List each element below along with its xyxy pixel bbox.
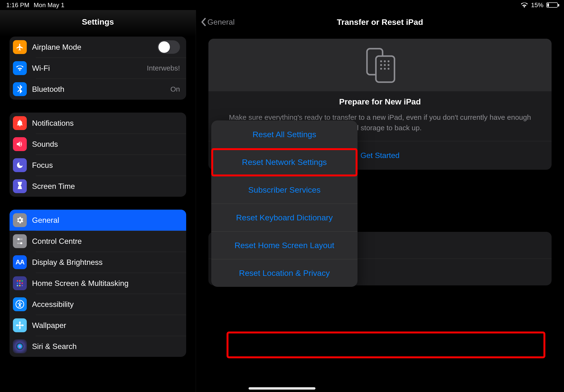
svg-point-15 [19, 326, 21, 329]
svg-rect-5 [17, 282, 18, 284]
sidebar-item-wallpaper[interactable]: Wallpaper [10, 315, 186, 336]
popup-subscriber-services[interactable]: Subscriber Services [211, 176, 358, 204]
battery-pct: 15% [531, 1, 543, 9]
prepare-title: Prepare for New iPad [218, 97, 542, 106]
sidebar-item-label: Wi-Fi [32, 64, 142, 73]
sidebar-item-label: Airplane Mode [32, 43, 152, 52]
bell-icon [13, 116, 27, 130]
wifi-icon [521, 2, 528, 8]
sidebar-item-label: Screen Time [32, 182, 180, 191]
moon-icon [13, 158, 27, 172]
svg-point-23 [388, 60, 389, 62]
back-button[interactable]: General [201, 18, 235, 27]
sidebar-item-control-centre[interactable]: Control Centre [10, 231, 186, 252]
sidebar-item-screentime[interactable]: Screen Time [10, 176, 186, 197]
svg-point-12 [19, 301, 21, 303]
svg-point-27 [380, 68, 382, 70]
sidebar-item-focus[interactable]: Focus [10, 155, 186, 176]
svg-point-29 [388, 68, 389, 70]
nav-bar: General Transfer or Reset iPad [196, 10, 564, 34]
popup-reset-location[interactable]: Reset Location & Privacy [211, 259, 358, 287]
sidebar-item-label: Control Centre [32, 237, 180, 246]
svg-point-1 [20, 242, 22, 244]
text-size-icon: AA [13, 255, 27, 269]
sidebar-item-display[interactable]: AA Display & Brightness [10, 252, 186, 273]
svg-point-16 [16, 324, 19, 326]
sidebar-item-label: Display & Brightness [32, 258, 180, 267]
devices-icon [208, 39, 551, 91]
sidebar-title: Settings [0, 10, 196, 37]
gear-icon [13, 213, 27, 227]
sidebar-group-system: General Control Centre AA Display & Brig… [10, 210, 186, 357]
sidebar-item-label: Home Screen & Multitasking [32, 279, 180, 288]
sidebar-item-sounds[interactable]: Sounds [10, 134, 186, 155]
svg-rect-10 [22, 285, 23, 286]
sidebar-item-label: Notifications [32, 119, 180, 128]
sidebar-group-connectivity: Airplane Mode Wi-Fi Interwebs! Bluetooth… [10, 37, 186, 100]
popup-reset-all[interactable]: Reset All Settings [211, 120, 358, 148]
siri-icon [13, 339, 27, 353]
chevron-left-icon [201, 18, 206, 26]
popup-reset-home-layout[interactable]: Reset Home Screen Layout [211, 231, 358, 259]
svg-point-25 [384, 64, 386, 66]
svg-point-28 [384, 68, 386, 70]
hourglass-icon [13, 179, 27, 193]
back-label: General [207, 18, 235, 27]
wifi-value: Interwebs! [147, 64, 180, 72]
sidebar-item-home-screen[interactable]: Home Screen & Multitasking [10, 273, 186, 294]
airplane-icon [13, 40, 27, 54]
svg-rect-4 [22, 280, 23, 281]
sidebar-group-alerts: Notifications Sounds Focus [10, 112, 186, 197]
sidebar-item-label: Wallpaper [32, 321, 180, 330]
sidebar-item-bluetooth[interactable]: Bluetooth On [10, 79, 186, 100]
sidebar-item-accessibility[interactable]: Accessibility [10, 294, 186, 315]
sliders-icon [13, 234, 27, 248]
sidebar-item-label: General [32, 216, 180, 225]
grid-icon [13, 276, 27, 290]
svg-rect-3 [19, 280, 21, 281]
status-date: Mon May 1 [34, 1, 65, 9]
status-bar: 1:16 PM Mon May 1 15% [0, 0, 564, 10]
sidebar-item-wifi[interactable]: Wi-Fi Interwebs! [10, 58, 186, 79]
svg-rect-9 [19, 285, 21, 286]
sidebar-item-label: Bluetooth [32, 85, 165, 94]
reset-options-popup: Reset All Settings Reset Network Setting… [211, 120, 358, 287]
bluetooth-icon [13, 82, 27, 96]
sidebar-item-airplane[interactable]: Airplane Mode [10, 37, 186, 58]
svg-point-21 [380, 60, 382, 62]
svg-point-0 [17, 238, 20, 240]
svg-point-22 [384, 60, 386, 62]
popup-reset-network[interactable]: Reset Network Settings [211, 148, 358, 176]
accessibility-icon [13, 297, 27, 311]
home-indicator[interactable] [248, 387, 316, 390]
battery-icon [546, 2, 558, 8]
sidebar-item-label: Siri & Search [32, 342, 180, 351]
svg-rect-2 [17, 280, 18, 281]
sidebar-item-label: Focus [32, 161, 180, 170]
svg-point-17 [21, 324, 24, 326]
svg-rect-8 [17, 285, 18, 286]
sidebar: Settings Airplane Mode Wi-Fi Interwebs! [0, 10, 196, 392]
svg-point-14 [19, 322, 21, 324]
svg-point-13 [19, 324, 21, 326]
svg-point-26 [388, 64, 389, 66]
wifi-settings-icon [13, 61, 27, 75]
page-title: Transfer or Reset iPad [337, 17, 423, 27]
popup-reset-keyboard[interactable]: Reset Keyboard Dictionary [211, 204, 358, 231]
speaker-icon [13, 137, 27, 151]
sidebar-item-general[interactable]: General [10, 210, 186, 231]
svg-rect-6 [19, 282, 21, 284]
sidebar-item-notifications[interactable]: Notifications [10, 112, 186, 134]
sidebar-item-siri[interactable]: Siri & Search [10, 336, 186, 357]
sidebar-item-label: Accessibility [32, 300, 180, 309]
svg-rect-7 [22, 282, 23, 284]
svg-point-24 [380, 64, 382, 66]
airplane-toggle[interactable] [157, 40, 180, 54]
status-time: 1:16 PM [6, 1, 29, 9]
svg-point-18 [16, 343, 23, 350]
bluetooth-value: On [170, 85, 180, 93]
flower-icon [13, 318, 27, 332]
sidebar-item-label: Sounds [32, 140, 180, 149]
